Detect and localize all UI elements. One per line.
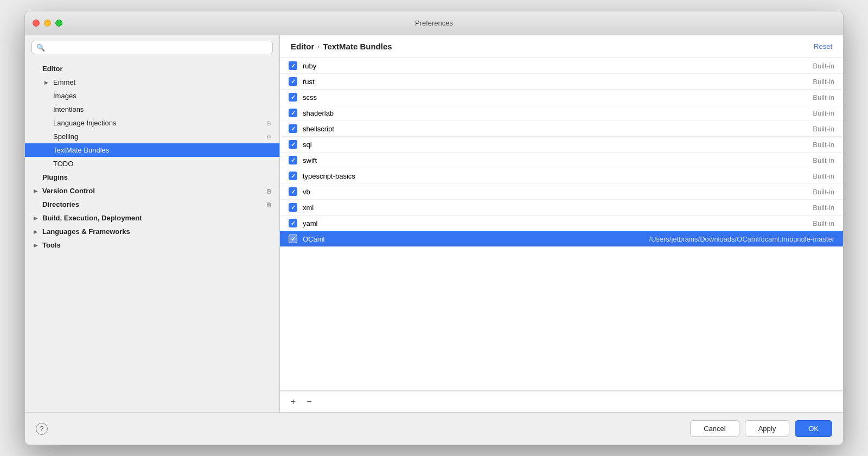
bundle-checkbox[interactable]: ✓: [289, 156, 297, 164]
checkmark-icon: ✓: [291, 157, 296, 164]
bundle-source: Built-in: [813, 93, 834, 102]
add-button[interactable]: +: [289, 396, 298, 408]
sidebar-item-language-injections[interactable]: Language Injections⎘: [25, 116, 279, 130]
copy-icon: ⎘: [267, 201, 271, 208]
apply-button[interactable]: Apply: [745, 420, 790, 437]
arrow-icon: ▶: [34, 229, 40, 235]
sidebar-item-label: Images: [53, 92, 76, 100]
sidebar-item-build-execution[interactable]: ▶Build, Execution, Deployment: [25, 211, 279, 225]
bundle-list: ✓rubyBuilt-in✓rustBuilt-in✓scssBuilt-in✓…: [280, 58, 843, 391]
bundle-name: xml: [303, 204, 807, 212]
sidebar-item-textmate-bundles[interactable]: TextMate Bundles: [25, 143, 279, 157]
close-button[interactable]: [33, 20, 40, 27]
bundle-checkbox[interactable]: ✓: [289, 187, 297, 196]
bundle-name: scss: [303, 93, 807, 102]
arrow-icon: ▶: [34, 243, 40, 248]
bundle-source: /Users/jetbrains/Downloads/OCaml/ocaml.t…: [649, 235, 834, 243]
bundle-row[interactable]: ✓sqlBuilt-in: [280, 137, 843, 153]
sidebar-item-intentions[interactable]: Intentions: [25, 103, 279, 116]
sidebar-item-emmet[interactable]: ▶Emmet: [25, 75, 279, 89]
minimize-button[interactable]: [44, 20, 51, 27]
sidebar-item-tools[interactable]: ▶Tools: [25, 238, 279, 252]
bundle-row[interactable]: ✓scssBuilt-in: [280, 90, 843, 105]
bundle-row[interactable]: ✓rustBuilt-in: [280, 74, 843, 90]
bundle-checkbox[interactable]: ✓: [289, 109, 297, 117]
sidebar-item-images[interactable]: Images: [25, 89, 279, 103]
bundle-name: vb: [303, 188, 807, 196]
bundle-row[interactable]: ✓swiftBuilt-in: [280, 153, 843, 168]
help-button[interactable]: ?: [36, 423, 48, 435]
bundle-checkbox[interactable]: ✓: [289, 219, 297, 227]
search-box[interactable]: 🔍: [31, 41, 273, 54]
reset-button[interactable]: Reset: [814, 42, 832, 50]
search-input[interactable]: [48, 43, 268, 52]
sidebar-item-todo[interactable]: TODO: [25, 157, 279, 170]
checkmark-icon: ✓: [291, 110, 296, 117]
bundle-name: shellscript: [303, 125, 807, 133]
sidebar-item-label: Languages & Frameworks: [42, 227, 130, 236]
bundle-name: rust: [303, 78, 807, 86]
bundle-name: OCaml: [303, 235, 643, 243]
arrow-icon: ▶: [44, 80, 51, 85]
maximize-button[interactable]: [55, 20, 62, 27]
titlebar: Preferences: [25, 11, 843, 35]
bundle-source: Built-in: [813, 78, 834, 86]
sidebar-item-label: TextMate Bundles: [53, 146, 109, 154]
arrow-icon: ▶: [34, 216, 40, 221]
checkmark-icon: ✓: [291, 125, 296, 132]
bundle-row[interactable]: ✓yamlBuilt-in: [280, 216, 843, 231]
checkmark-icon: ✓: [291, 62, 296, 69]
bundle-name: shaderlab: [303, 109, 807, 117]
breadcrumb-current: TextMate Bundles: [323, 42, 392, 51]
sidebar-item-editor[interactable]: Editor: [25, 62, 279, 75]
copy-icon: ⎘: [267, 120, 271, 126]
bundle-checkbox[interactable]: ✓: [289, 93, 297, 102]
sidebar-item-spelling[interactable]: Spelling⎘: [25, 130, 279, 143]
sidebar-item-languages-frameworks[interactable]: ▶Languages & Frameworks: [25, 225, 279, 238]
bundle-checkbox[interactable]: ✓: [289, 124, 297, 133]
bundle-source: Built-in: [813, 141, 834, 149]
bundle-checkbox[interactable]: ✓: [289, 77, 297, 86]
sidebar-item-label: Build, Execution, Deployment: [42, 214, 142, 222]
sidebar-tree: Editor▶EmmetImagesIntentionsLanguage Inj…: [25, 60, 279, 412]
bundle-name: typescript-basics: [303, 172, 807, 180]
bundle-row[interactable]: ✓shaderlabBuilt-in: [280, 105, 843, 121]
bundle-row[interactable]: ✓typescript-basicsBuilt-in: [280, 168, 843, 184]
sidebar-item-version-control[interactable]: ▶Version Control⎘: [25, 184, 279, 198]
sidebar-item-directories[interactable]: Directories⎘: [25, 198, 279, 211]
checkmark-icon: ✓: [291, 78, 296, 85]
bundle-source: Built-in: [813, 204, 834, 212]
bundle-source: Built-in: [813, 125, 834, 133]
bundle-source: Built-in: [813, 156, 834, 164]
bundle-row[interactable]: ✓shellscriptBuilt-in: [280, 121, 843, 137]
sidebar-item-label: Language Injections: [53, 119, 116, 127]
bundle-checkbox[interactable]: ✓: [289, 172, 297, 180]
main-panel: Editor › TextMate Bundles Reset ✓rubyBui…: [280, 35, 843, 412]
bundle-source: Built-in: [813, 62, 834, 70]
bundle-source: Built-in: [813, 188, 834, 196]
sidebar-item-label: Directories: [42, 200, 79, 208]
sidebar-item-label: TODO: [53, 160, 73, 168]
cancel-button[interactable]: Cancel: [690, 420, 739, 437]
remove-button[interactable]: −: [304, 396, 314, 408]
bundle-name: swift: [303, 156, 807, 164]
checkmark-icon: ✓: [291, 220, 296, 227]
search-icon: 🔍: [36, 43, 45, 52]
checkmark-icon: ✓: [291, 204, 296, 211]
bundle-row[interactable]: ✓xmlBuilt-in: [280, 200, 843, 216]
sidebar-item-plugins[interactable]: Plugins: [25, 170, 279, 184]
checkmark-icon: ✓: [291, 141, 296, 148]
bundle-checkbox[interactable]: ✓: [289, 235, 297, 243]
bundle-row[interactable]: ✓rubyBuilt-in: [280, 58, 843, 74]
window-controls: [33, 20, 62, 27]
bundle-row[interactable]: ✓OCaml/Users/jetbrains/Downloads/OCaml/o…: [280, 231, 843, 247]
bundle-checkbox[interactable]: ✓: [289, 140, 297, 149]
breadcrumb: Editor › TextMate Bundles: [291, 42, 392, 51]
sidebar-item-label: Plugins: [42, 173, 68, 181]
bundle-checkbox[interactable]: ✓: [289, 203, 297, 212]
ok-button[interactable]: OK: [795, 420, 832, 437]
bundle-source: Built-in: [813, 172, 834, 180]
bundle-row[interactable]: ✓vbBuilt-in: [280, 184, 843, 200]
sidebar-item-label: Version Control: [42, 187, 95, 195]
bundle-checkbox[interactable]: ✓: [289, 61, 297, 70]
